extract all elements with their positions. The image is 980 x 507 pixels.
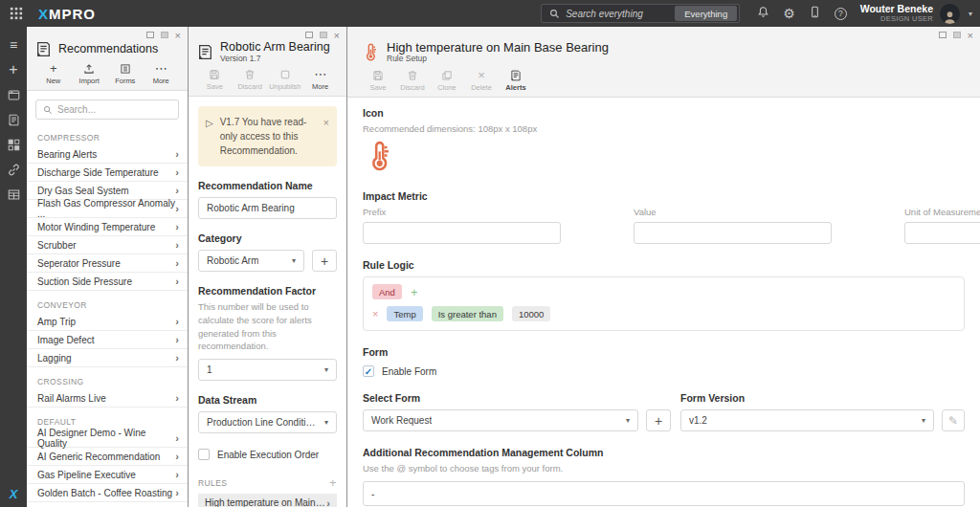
management-column-input[interactable] — [371, 489, 956, 499]
form-version-dropdown[interactable]: v1.2▾ — [680, 409, 934, 431]
rail-blocks-icon[interactable] — [0, 132, 27, 157]
condition-comparator-chip[interactable]: Is greater than — [432, 306, 503, 321]
recommendation-list-item[interactable]: Lagging› — [27, 349, 188, 367]
recommendation-list-item[interactable]: Bearing Alerts› — [27, 145, 188, 164]
rail-add-icon[interactable]: + — [0, 57, 27, 82]
recommendation-factor-help: This number will be used to calculate th… — [198, 300, 337, 353]
data-stream-select[interactable]: Production Line Condition Monit...▾ — [198, 411, 337, 433]
apps-grid-icon[interactable] — [10, 7, 23, 20]
delete-button[interactable]: ×Delete — [464, 70, 499, 92]
condition-field-chip[interactable]: Temp — [387, 306, 422, 321]
new-button[interactable]: +New — [35, 63, 72, 85]
condition-value-chip[interactable]: 10000 — [512, 306, 550, 321]
form-selection-row: Select Form Work Request▾ + Form Version… — [363, 392, 965, 431]
rule-title: High temperature on Main Base Bearing — [387, 41, 609, 55]
rule-icon-thermometer[interactable] — [363, 141, 965, 173]
settings-gear-icon[interactable]: ⚙ — [783, 8, 795, 20]
recommendation-list-item[interactable]: Discharge Side Temperature› — [27, 164, 188, 182]
discard-button[interactable]: Discard — [395, 70, 430, 92]
enable-execution-order-checkbox[interactable] — [198, 449, 210, 460]
minimize-icon[interactable] — [939, 32, 947, 38]
category-select[interactable]: Robotic Arm▾ — [198, 250, 304, 272]
user-caret-down-icon[interactable]: ▾ — [969, 10, 972, 18]
logic-operator-chip[interactable]: And — [372, 284, 402, 299]
impact-field-input[interactable] — [642, 228, 823, 238]
mobile-device-icon[interactable] — [809, 5, 821, 22]
save-button[interactable]: Save — [197, 69, 233, 91]
user-menu[interactable]: Wouter Beneke DESIGN USER ▾ — [860, 4, 972, 24]
recommendation-list-item[interactable]: Seperator Pressure› — [27, 254, 188, 273]
recommendation-list-item[interactable]: Suction Side Pressure› — [27, 273, 188, 291]
recommendation-list-item[interactable]: AI Generic Recommendation› — [27, 448, 188, 466]
notifications-bell-icon[interactable] — [757, 5, 769, 22]
impact-field-input[interactable] — [913, 228, 980, 238]
forms-icon — [120, 63, 131, 75]
maximize-icon[interactable] — [953, 32, 961, 38]
recommendations-search[interactable] — [35, 99, 179, 120]
forms-button[interactable]: Forms — [107, 63, 144, 85]
clone-button[interactable]: Clone — [430, 70, 464, 92]
user-role: DESIGN USER — [860, 15, 933, 23]
close-icon[interactable]: × — [175, 32, 181, 39]
rule-list-item[interactable]: High temperature on Main Base ...› — [198, 494, 337, 507]
list-item-label: Gas Pipeline Executive — [37, 470, 136, 480]
impact-field — [363, 222, 561, 244]
recommendation-list-item[interactable]: Golden Batch - Coffee Roasting› — [27, 484, 188, 502]
recommendation-list-item[interactable]: AI Designer Demo - Wine Quality› — [27, 430, 188, 448]
xmpro-logo[interactable]: XMPRO — [38, 6, 96, 22]
unpublish-button[interactable]: Unpublish — [268, 69, 303, 91]
select-form-dropdown[interactable]: Work Request▾ — [363, 409, 638, 431]
chevron-right-icon: › — [175, 185, 179, 196]
icon-label: Icon — [363, 107, 965, 119]
recommendation-list-item[interactable]: Rail Alarms Live› — [27, 389, 188, 408]
recommendation-list-item[interactable]: Gas Pipeline Executive› — [27, 466, 188, 484]
list-item-label: Bearing Alerts — [37, 149, 97, 160]
rule-setup-panel: × High temperature on Main Base Bearing … — [346, 27, 980, 507]
user-avatar[interactable] — [940, 4, 960, 24]
edit-form-version-button[interactable]: ✎ — [942, 409, 965, 431]
form-version-column: Form Version v1.2▾ ✎ — [680, 392, 965, 431]
save-button[interactable]: Save — [361, 70, 395, 92]
recommendation-list-item[interactable]: Scrubber› — [27, 236, 188, 254]
search-scope-button[interactable]: Everything — [675, 6, 737, 21]
impact-field-input[interactable] — [371, 228, 552, 238]
discard-button[interactable]: Discard — [233, 69, 268, 91]
minimize-icon[interactable] — [146, 32, 154, 38]
add-category-button[interactable]: + — [312, 250, 337, 272]
recommendations-search-input[interactable] — [57, 104, 171, 115]
close-icon[interactable]: × — [334, 32, 340, 39]
add-form-button[interactable]: + — [646, 409, 671, 431]
close-icon[interactable]: × — [968, 32, 973, 39]
import-button[interactable]: Import — [72, 63, 108, 85]
panels-container: × Recommendations +New Import Forms ⋯Mor… — [27, 27, 980, 507]
alerts-button[interactable]: Alerts — [499, 70, 533, 92]
add-condition-icon[interactable]: + — [411, 285, 418, 299]
remove-condition-icon[interactable]: × — [372, 308, 378, 320]
recommendation-name-input[interactable] — [207, 203, 328, 213]
recommendation-list-item[interactable]: Amp Trip› — [27, 313, 188, 331]
rail-app-window-icon[interactable] — [0, 82, 27, 107]
rail-recommendations-icon[interactable] — [0, 107, 27, 132]
more-button[interactable]: ⋯More — [302, 69, 338, 91]
impact-metric-column: Unit of Measurement — [904, 207, 980, 244]
minimize-icon[interactable] — [305, 32, 313, 38]
maximize-icon[interactable] — [320, 32, 327, 38]
more-button[interactable]: ⋯More — [144, 63, 180, 85]
recommendation-list-item[interactable]: Motor Winding Temperature› — [27, 218, 188, 236]
enable-form-checkbox[interactable]: ✓ — [363, 365, 374, 377]
help-icon[interactable]: ? — [835, 8, 847, 20]
add-rule-icon[interactable]: + — [329, 475, 337, 490]
rail-link-icon[interactable] — [0, 157, 27, 182]
global-search[interactable]: Everything — [541, 4, 740, 23]
recommendation-list-item[interactable]: Flash Gas Compressor Anomaly ...› — [27, 200, 188, 218]
recommendation-list-item[interactable]: Image Defect› — [27, 331, 188, 349]
menu-hamburger-icon[interactable]: ≡ — [0, 33, 27, 57]
rule-setup-header: × High temperature on Main Base Bearing … — [347, 27, 980, 98]
notice-close-icon[interactable]: × — [323, 115, 329, 158]
recommendation-factor-select[interactable]: 1▾ — [198, 359, 337, 381]
rail-data-table-icon[interactable] — [0, 182, 27, 207]
global-search-input[interactable] — [560, 9, 675, 19]
list-item-label: Motor Winding Temperature — [37, 222, 155, 232]
maximize-icon[interactable] — [161, 32, 168, 38]
list-item-label: Lagging — [37, 353, 72, 364]
